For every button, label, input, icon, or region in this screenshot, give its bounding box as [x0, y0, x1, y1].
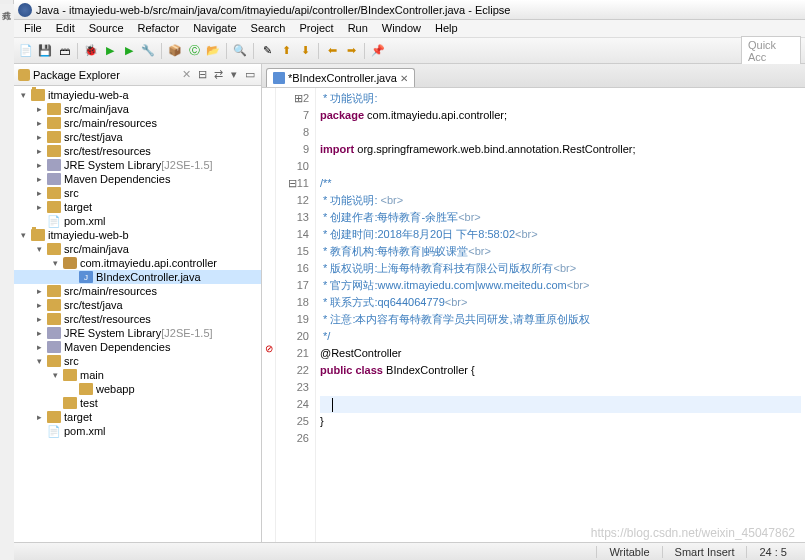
- folder-icon: [63, 369, 77, 381]
- new-package-icon[interactable]: 📦: [167, 43, 183, 59]
- code-editor[interactable]: ⊘ ⊞278910⊟111213141516171819202122232425…: [262, 88, 805, 542]
- menu-window[interactable]: Window: [376, 20, 427, 37]
- tree-toggle-icon[interactable]: ▾: [18, 230, 28, 240]
- tree-label: target: [64, 201, 92, 213]
- tree-item[interactable]: ▾itmayiedu-web-b: [14, 228, 261, 242]
- collapse-all-icon[interactable]: ⊟: [195, 68, 209, 82]
- tree-label: itmayiedu-web-b: [48, 229, 129, 241]
- back-icon[interactable]: ⬅: [324, 43, 340, 59]
- new-icon[interactable]: 📄: [18, 43, 34, 59]
- toggle-mark-icon[interactable]: ✎: [259, 43, 275, 59]
- jar-icon: [47, 327, 61, 339]
- package-icon: [63, 257, 77, 269]
- tree-item[interactable]: ▸JRE System Library [J2SE-1.5]: [14, 326, 261, 340]
- menu-project[interactable]: Project: [293, 20, 339, 37]
- tree-item[interactable]: ▸src/test/resources: [14, 144, 261, 158]
- external-tools-icon[interactable]: 🔧: [140, 43, 156, 59]
- tree-item[interactable]: ▸src: [14, 186, 261, 200]
- tree-toggle-icon[interactable]: ▾: [50, 370, 60, 380]
- menu-help[interactable]: Help: [429, 20, 464, 37]
- view-menu-icon[interactable]: ▾: [227, 68, 241, 82]
- tree-item[interactable]: webapp: [14, 382, 261, 396]
- close-tab-icon[interactable]: ✕: [400, 73, 408, 84]
- tree-item[interactable]: ▸src/test/java: [14, 130, 261, 144]
- tree-label: webapp: [96, 383, 135, 395]
- menu-search[interactable]: Search: [245, 20, 292, 37]
- new-class-icon[interactable]: Ⓒ: [186, 43, 202, 59]
- run-icon[interactable]: ▶: [102, 43, 118, 59]
- tree-toggle-icon[interactable]: ▸: [34, 328, 44, 338]
- tree-toggle-icon[interactable]: ▸: [34, 342, 44, 352]
- tree-item[interactable]: ▾src: [14, 354, 261, 368]
- editor-tab[interactable]: *BIndexController.java ✕: [266, 68, 415, 87]
- tree-label: Maven Dependencies: [64, 173, 170, 185]
- tree-toggle-icon[interactable]: ▸: [34, 314, 44, 324]
- tree-toggle-icon[interactable]: ▾: [50, 258, 60, 268]
- tree-toggle-icon[interactable]: ▸: [34, 118, 44, 128]
- code-content[interactable]: * 功能说明:package com.itmayiedu.api.control…: [316, 88, 805, 542]
- tree-item[interactable]: BIndexController.java: [14, 270, 261, 284]
- tree-item[interactable]: ▸Maven Dependencies: [14, 172, 261, 186]
- package-tree[interactable]: ▾itmayiedu-web-a▸src/main/java▸src/main/…: [14, 86, 261, 542]
- menu-run[interactable]: Run: [342, 20, 374, 37]
- tree-item[interactable]: ▾com.itmayiedu.api.controller: [14, 256, 261, 270]
- tree-toggle-icon[interactable]: ▸: [34, 188, 44, 198]
- folder-icon: [47, 299, 61, 311]
- pin-icon[interactable]: 📌: [370, 43, 386, 59]
- menu-source[interactable]: Source: [83, 20, 130, 37]
- tree-item[interactable]: 📄pom.xml: [14, 214, 261, 228]
- next-annotation-icon[interactable]: ⬇: [297, 43, 313, 59]
- tree-item[interactable]: ▾src/main/java: [14, 242, 261, 256]
- tree-item[interactable]: ▸Maven Dependencies: [14, 340, 261, 354]
- tree-toggle-icon[interactable]: ▸: [34, 174, 44, 184]
- debug-icon[interactable]: 🐞: [83, 43, 99, 59]
- link-editor-icon[interactable]: ⇄: [211, 68, 225, 82]
- tree-item[interactable]: 📄pom.xml: [14, 424, 261, 438]
- tree-toggle-icon[interactable]: ▾: [18, 90, 28, 100]
- tree-item[interactable]: ▸src/main/java: [14, 102, 261, 116]
- tree-toggle-icon[interactable]: ▸: [34, 286, 44, 296]
- quick-access-input[interactable]: Quick Acc: [741, 36, 801, 66]
- tree-item[interactable]: ▸src/test/java: [14, 298, 261, 312]
- tree-toggle-icon[interactable]: ▸: [34, 132, 44, 142]
- jar-icon: [47, 159, 61, 171]
- tree-toggle-icon[interactable]: ▸: [34, 160, 44, 170]
- minimize-icon[interactable]: ▭: [243, 68, 257, 82]
- tree-toggle-icon[interactable]: ▸: [34, 104, 44, 114]
- status-insert: Smart Insert: [662, 546, 747, 558]
- tree-label: src/test/resources: [64, 145, 151, 157]
- menu-file[interactable]: File: [18, 20, 48, 37]
- tree-toggle-icon[interactable]: ▸: [34, 202, 44, 212]
- forward-icon[interactable]: ➡: [343, 43, 359, 59]
- xml-icon: 📄: [47, 425, 61, 437]
- tree-label: src/test/java: [64, 131, 123, 143]
- menu-navigate[interactable]: Navigate: [187, 20, 242, 37]
- tree-item[interactable]: ▸target: [14, 410, 261, 424]
- tree-label: src/main/java: [64, 243, 129, 255]
- tree-item[interactable]: ▸target: [14, 200, 261, 214]
- tree-toggle-icon[interactable]: ▾: [34, 356, 44, 366]
- search-icon[interactable]: 🔍: [232, 43, 248, 59]
- menu-refactor[interactable]: Refactor: [132, 20, 186, 37]
- tree-toggle-icon[interactable]: ▸: [34, 300, 44, 310]
- tree-item[interactable]: ▸src/test/resources: [14, 312, 261, 326]
- tree-toggle-icon[interactable]: ▸: [34, 412, 44, 422]
- tree-item[interactable]: ▾itmayiedu-web-a: [14, 88, 261, 102]
- tree-item[interactable]: ▾main: [14, 368, 261, 382]
- tree-item[interactable]: ▸src/main/resources: [14, 116, 261, 130]
- prev-annotation-icon[interactable]: ⬆: [278, 43, 294, 59]
- save-all-icon[interactable]: 🗃: [56, 43, 72, 59]
- menu-edit[interactable]: Edit: [50, 20, 81, 37]
- tree-toggle-icon[interactable]: ▾: [34, 244, 44, 254]
- save-icon[interactable]: 💾: [37, 43, 53, 59]
- open-type-icon[interactable]: 📂: [205, 43, 221, 59]
- tree-toggle-icon[interactable]: ▸: [34, 146, 44, 156]
- tree-item[interactable]: ▸src/main/resources: [14, 284, 261, 298]
- tree-item[interactable]: test: [14, 396, 261, 410]
- tree-item[interactable]: ▸JRE System Library [J2SE-1.5]: [14, 158, 261, 172]
- run-last-icon[interactable]: ▶: [121, 43, 137, 59]
- status-writable: Writable: [596, 546, 661, 558]
- tree-label: src: [64, 187, 79, 199]
- tree-label: test: [80, 397, 98, 409]
- folder-icon: [79, 383, 93, 395]
